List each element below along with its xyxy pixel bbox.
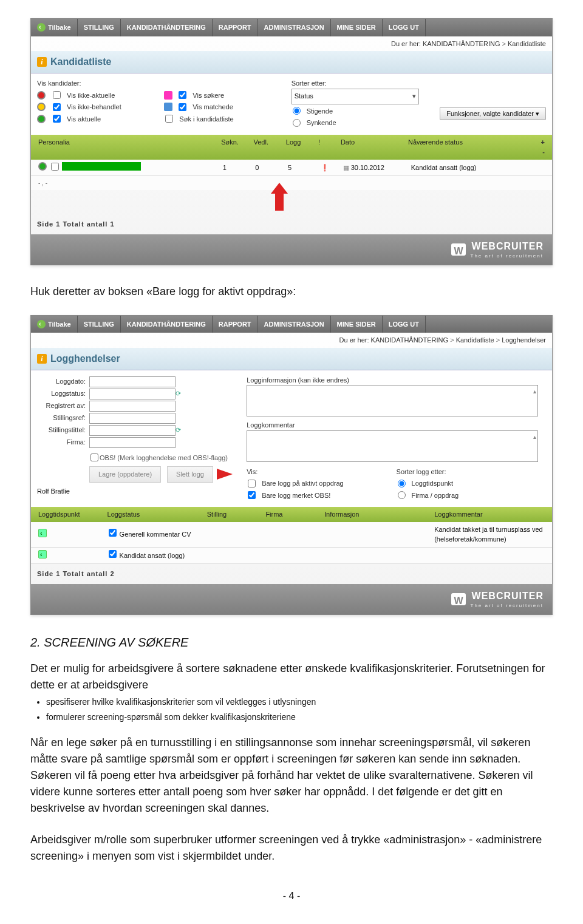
chk-bare-obs[interactable] <box>248 491 256 499</box>
table-row-2b[interactable]: Kandidat ansatt (logg) <box>31 548 552 565</box>
input-stillingsref[interactable] <box>89 413 176 424</box>
bullet-1: spesifiserer hvilke kvalifikasjonskriter… <box>46 696 553 708</box>
table-row-2a[interactable]: Generell kommentar CV Kandidat takket ja… <box>31 522 552 548</box>
row-chk-2[interactable] <box>109 550 117 558</box>
table-header: Personalia Søkn. Vedl. Logg ! Dato Nåvær… <box>31 135 552 160</box>
nav-rapport-2[interactable]: RAPPORT <box>213 316 258 333</box>
breadcrumb-link-1[interactable]: KANDIDATHÅNDTERING <box>423 40 500 47</box>
panel-title: i Kandidatliste <box>31 51 552 73</box>
textarea-loggkommentar[interactable] <box>247 430 538 462</box>
info-icon: i <box>37 354 47 364</box>
back-icon <box>37 23 46 32</box>
status-dot-red <box>37 91 46 100</box>
row-status-dot <box>38 162 47 171</box>
top-nav-2: Tilbake STILLING KANDIDATHÅNDTERING RAPP… <box>31 316 552 333</box>
breadcrumb-2: Du er her: KANDIDATHÅNDTERING > Kandidat… <box>31 333 552 348</box>
chk-matchede[interactable] <box>179 103 186 111</box>
select-sort-status[interactable]: Status <box>292 89 419 104</box>
section-heading: 2. SCREENING AV SØKERE <box>30 633 553 651</box>
nav-stilling[interactable]: STILLING <box>78 19 121 36</box>
radio-firma-oppdrag[interactable] <box>398 491 406 499</box>
nav-mine-sider-2[interactable]: MINE SIDER <box>331 316 383 333</box>
body-paragraph-1: Det er mulig for arbeidsgivere å sortere… <box>30 661 553 693</box>
info-icon: i <box>37 57 47 67</box>
nav-mine-sider[interactable]: MINE SIDER <box>331 19 383 36</box>
row-chk-1[interactable] <box>109 529 117 537</box>
radio-synkende[interactable] <box>293 119 301 127</box>
nav-logg-ut-2[interactable]: LOGG UT <box>383 316 426 333</box>
alert-icon: ❗ <box>317 163 339 173</box>
status-dot-yellow <box>37 103 46 111</box>
panel-title-2: i Logghendelser <box>31 348 552 370</box>
breadcrumb: Du er her: KANDIDATHÅNDTERING > Kandidat… <box>31 36 552 52</box>
input-loggstatus[interactable] <box>89 389 176 399</box>
screenshot-logghendelser: Tilbake STILLING KANDIDATHÅNDTERING RAPP… <box>30 315 553 615</box>
label-loggkommentar: Loggkommentar <box>247 420 546 430</box>
pagination-text: Side 1 Totalt antall 1 <box>31 214 552 234</box>
textarea-logginfo[interactable] <box>247 385 538 416</box>
breadcrumb-current: Kandidatliste <box>508 40 546 47</box>
nav-rapport[interactable]: RAPPORT <box>213 19 258 36</box>
breadcrumb-link-2b[interactable]: Kandidatliste <box>456 336 494 344</box>
input-stillingstittel[interactable] <box>89 425 176 436</box>
username-label: Rolf Bratlie <box>37 486 70 497</box>
btn-slett[interactable]: Slett logg <box>167 466 213 483</box>
label-vis-kandidater: Vis kandidater: <box>37 78 146 89</box>
body-paragraph-2: Når en lege søker på en turnusstilling i… <box>30 735 553 817</box>
top-nav: Tilbake STILLING KANDIDATHÅNDTERING RAPP… <box>31 19 552 36</box>
label-logginfo: Logginformasjon (kan ikke endres) <box>247 375 546 386</box>
webcruiter-logo-icon <box>451 243 466 256</box>
screenshot-kandidatliste: Tilbake STILLING KANDIDATHÅNDTERING RAPP… <box>30 18 553 265</box>
row-checkbox[interactable] <box>51 163 59 171</box>
input-firma[interactable] <box>89 437 176 448</box>
radio-loggtidspunkt[interactable] <box>398 480 406 487</box>
back-icon <box>37 320 46 328</box>
person-icon <box>164 91 172 100</box>
instruction-text-1: Huk deretter av boksen «Bare logg for ak… <box>30 284 553 300</box>
chk-sok-i-liste[interactable] <box>165 115 173 123</box>
chk-aktuelle[interactable] <box>53 115 61 123</box>
nav-kandidathandtering[interactable]: KANDIDATHÅNDTERING <box>121 19 213 36</box>
breadcrumb-current-2: Logghendelser <box>502 336 546 344</box>
table-header-2: Loggtidspunkt Loggstatus Stilling Firma … <box>31 507 552 522</box>
nav-kandidathandtering-2[interactable]: KANDIDATHÅNDTERING <box>121 316 213 333</box>
radio-stigende[interactable] <box>293 107 301 115</box>
nav-administrasjon[interactable]: ADMINISTRASJON <box>258 19 331 36</box>
row-icon <box>38 529 47 537</box>
chk-bare-aktivt[interactable] <box>248 480 256 487</box>
page-number: - 4 - <box>30 889 553 903</box>
nav-stilling-2[interactable]: STILLING <box>78 316 121 333</box>
chk-obs[interactable] <box>90 454 98 461</box>
nav-tilbake-2[interactable]: Tilbake <box>31 316 78 333</box>
red-arrow-annotation <box>271 185 288 211</box>
chk-ikke-aktuelle[interactable] <box>53 91 61 99</box>
calendar-icon: ▦ <box>343 164 349 171</box>
btn-lagre[interactable]: Lagre (oppdatere) <box>89 466 161 483</box>
status-dot-green <box>37 115 46 123</box>
row-icon <box>38 550 47 559</box>
chk-sokere[interactable] <box>179 91 186 99</box>
nav-administrasjon-2[interactable]: ADMINISTRASJON <box>258 316 331 333</box>
nav-tilbake[interactable]: Tilbake <box>31 19 78 36</box>
input-registrert[interactable] <box>89 401 176 412</box>
redacted-name <box>62 162 141 171</box>
bullet-list: spesifiserer hvilke kvalifikasjonskriter… <box>46 696 553 724</box>
label-sorter-etter: Sorter etter: <box>292 78 419 89</box>
red-arrow-annotation-2 <box>217 469 233 480</box>
table-row[interactable]: 1 0 5 ❗ ▦ 30.10.2012 Kandidat ansatt (lo… <box>31 160 552 177</box>
webcruiter-logo-icon <box>451 593 466 605</box>
breadcrumb-link-2a[interactable]: KANDIDATHÅNDTERING <box>371 336 449 344</box>
refresh-icon-2[interactable]: ⟳ <box>176 425 181 435</box>
body-paragraph-3: Arbeidsgiver m/rolle som superbruker utf… <box>30 832 553 865</box>
match-icon <box>164 103 172 111</box>
input-loggdato[interactable] <box>89 376 176 387</box>
btn-funksjoner[interactable]: Funksjoner, valgte kandidater ▾ <box>440 107 546 120</box>
nav-logg-ut[interactable]: LOGG UT <box>383 19 426 36</box>
chk-ikke-behandlet[interactable] <box>53 103 61 111</box>
bullet-2: formulerer screening-spørsmål som dekker… <box>46 711 553 724</box>
refresh-icon[interactable]: ⟳ <box>176 389 181 399</box>
brand-bar: WEBCRUITERThe art of recruitment <box>31 234 552 265</box>
pagination-text-2: Side 1 Totalt antall 2 <box>31 564 552 584</box>
brand-bar-2: WEBCRUITERThe art of recruitment <box>31 584 552 614</box>
